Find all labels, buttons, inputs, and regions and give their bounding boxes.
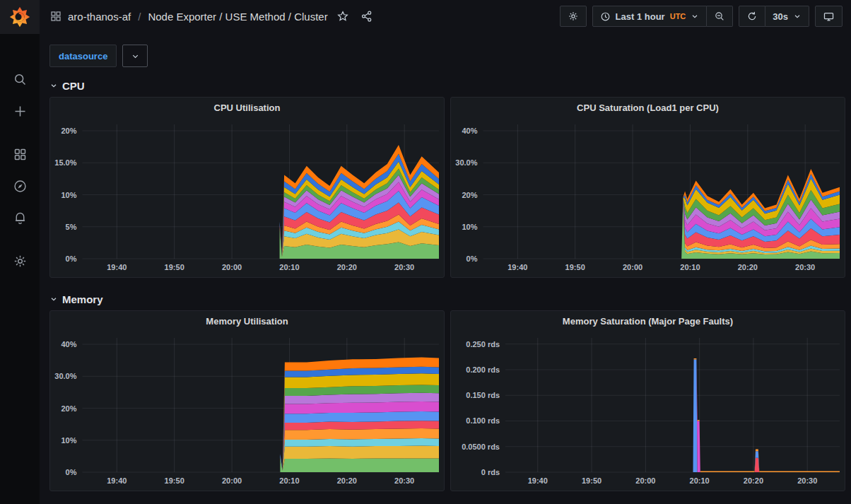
- search-icon: [13, 72, 28, 87]
- svg-text:20:30: 20:30: [795, 263, 815, 271]
- plus-icon: [13, 104, 28, 119]
- svg-text:20%: 20%: [462, 191, 477, 199]
- svg-text:20:20: 20:20: [738, 263, 758, 271]
- cpu-utilisation-chart-canvas[interactable]: 19:4019:5020:0020:1020:2020:300%5%10%15.…: [50, 117, 444, 274]
- time-range-label: Last 1 hour: [616, 11, 665, 22]
- sidebar-item-search[interactable]: [6, 65, 34, 93]
- refresh-icon: [746, 11, 758, 22]
- zoom-out-icon: [714, 11, 725, 22]
- alerting-icon: [13, 211, 28, 225]
- chevron-down-icon: [793, 12, 802, 20]
- svg-text:20:00: 20:00: [222, 476, 242, 485]
- svg-text:20%: 20%: [61, 404, 76, 413]
- svg-text:0.150 rds: 0.150 rds: [466, 391, 500, 399]
- panel-memory-utilisation: Memory Utilisation 19:4019:5020:0020:102…: [49, 310, 445, 491]
- cpu-saturation-chart-canvas[interactable]: 19:4019:5020:0020:1020:2020:300%10%20%30…: [451, 117, 845, 274]
- svg-text:19:40: 19:40: [107, 476, 127, 485]
- panel-title[interactable]: CPU Utilisation: [50, 98, 444, 117]
- section-collapse-icon: [49, 295, 58, 303]
- svg-text:10%: 10%: [61, 436, 76, 445]
- settings-icon: [568, 11, 579, 22]
- svg-text:20:10: 20:10: [690, 476, 710, 485]
- panel-cpu-utilisation: CPU Utilisation 19:4019:5020:0020:1020:2…: [49, 97, 445, 278]
- memory-panel-row: Memory Utilisation 19:4019:5020:0020:102…: [49, 310, 845, 491]
- svg-text:20:30: 20:30: [797, 476, 817, 485]
- svg-text:19:40: 19:40: [107, 263, 127, 271]
- dashboard-content: CPU CPU Utilisation 19:4019:5020:0020:10…: [40, 67, 851, 491]
- star-icon: [336, 10, 349, 23]
- refresh-interval-label: 30s: [773, 11, 788, 22]
- panel-title[interactable]: CPU Saturation (Load1 per CPU): [451, 98, 845, 117]
- tv-icon: [823, 11, 835, 23]
- grafana-logo[interactable]: [0, 0, 40, 34]
- sidebar-item-create[interactable]: [6, 97, 34, 125]
- panel-title[interactable]: Memory Utilisation: [50, 311, 444, 331]
- svg-text:15.0%: 15.0%: [54, 158, 76, 167]
- svg-text:0 rds: 0 rds: [481, 468, 500, 476]
- star-dashboard-button[interactable]: [334, 7, 352, 25]
- svg-text:30.0%: 30.0%: [455, 158, 477, 167]
- svg-text:20:20: 20:20: [337, 476, 357, 485]
- chevron-down-icon: [131, 52, 140, 61]
- svg-text:20:20: 20:20: [337, 263, 357, 271]
- sidebar-menu: [6, 65, 34, 279]
- panel-title[interactable]: Memory Saturation (Major Page Faults): [451, 311, 845, 331]
- dashboard-variables-row: datasource: [40, 33, 851, 67]
- zoom-out-time-button[interactable]: [707, 6, 733, 27]
- section-collapse-icon: [49, 81, 58, 90]
- breadcrumb-dashboard-title[interactable]: Node Exporter / USE Method / Cluster: [148, 11, 327, 23]
- dashboard-topbar: aro-thanos-af / Node Exporter / USE Meth…: [40, 0, 851, 33]
- svg-text:20:20: 20:20: [744, 476, 763, 485]
- svg-text:0.100 rds: 0.100 rds: [466, 416, 500, 425]
- svg-text:0.250 rds: 0.250 rds: [466, 340, 500, 348]
- breadcrumb-folder[interactable]: aro-thanos-af: [68, 11, 131, 23]
- svg-text:0%: 0%: [66, 468, 77, 476]
- explore-icon: [13, 179, 28, 194]
- datasource-dropdown-button[interactable]: [122, 45, 148, 67]
- section-row-cpu[interactable]: CPU: [49, 76, 845, 95]
- grafana-logo-icon: [8, 5, 32, 29]
- svg-text:19:40: 19:40: [528, 476, 548, 485]
- svg-text:19:50: 19:50: [165, 476, 184, 485]
- svg-text:20%: 20%: [61, 127, 76, 135]
- breadcrumb-separator: /: [136, 11, 142, 23]
- svg-text:20:00: 20:00: [635, 476, 655, 485]
- share-icon: [360, 10, 373, 23]
- svg-text:19:50: 19:50: [165, 263, 184, 271]
- kiosk-mode-button[interactable]: [815, 6, 843, 27]
- grafana-app: aro-thanos-af / Node Exporter / USE Meth…: [0, 0, 851, 504]
- refresh-button[interactable]: [739, 6, 765, 27]
- section-row-memory[interactable]: Memory: [49, 289, 845, 309]
- memory-utilisation-chart-canvas[interactable]: 19:4019:5020:0020:1020:2020:300%10%20%30…: [50, 331, 444, 488]
- refresh-interval-picker[interactable]: 30s: [765, 6, 809, 27]
- datasource-variable-button[interactable]: datasource: [49, 45, 117, 67]
- cpu-panel-row: CPU Utilisation 19:4019:5020:0020:1020:2…: [49, 97, 845, 278]
- svg-text:30.0%: 30.0%: [54, 372, 76, 380]
- memory-saturation-chart-canvas[interactable]: 19:4019:5020:0020:1020:2020:300 rds0.050…: [451, 331, 845, 488]
- share-dashboard-button[interactable]: [358, 7, 376, 25]
- svg-text:0.200 rds: 0.200 rds: [466, 365, 500, 374]
- chevron-down-icon: [691, 12, 699, 20]
- configuration-icon: [13, 254, 28, 269]
- svg-text:40%: 40%: [61, 340, 76, 348]
- svg-text:20:10: 20:10: [680, 263, 700, 271]
- clock-icon: [600, 11, 611, 22]
- dashboards-icon: [13, 147, 28, 162]
- panel-cpu-saturation: CPU Saturation (Load1 per CPU) 19:4019:5…: [450, 97, 845, 278]
- svg-text:40%: 40%: [462, 127, 477, 135]
- svg-text:5%: 5%: [66, 223, 77, 231]
- section-label-memory: Memory: [62, 293, 103, 305]
- dashboard-settings-button[interactable]: [560, 6, 587, 27]
- svg-text:20:00: 20:00: [623, 263, 642, 271]
- sidebar-item-configuration[interactable]: [6, 247, 34, 275]
- time-range-picker[interactable]: Last 1 hour UTC: [592, 6, 708, 27]
- sidebar-item-alerting[interactable]: [6, 204, 34, 232]
- sidebar-item-explore[interactable]: [6, 172, 34, 200]
- main-area: aro-thanos-af / Node Exporter / USE Meth…: [40, 0, 851, 504]
- sidebar-item-dashboards[interactable]: [6, 140, 34, 168]
- nav-sidebar: [0, 0, 40, 504]
- svg-text:20:10: 20:10: [279, 476, 299, 485]
- svg-text:19:40: 19:40: [507, 263, 527, 271]
- svg-text:19:50: 19:50: [565, 263, 585, 271]
- svg-text:20:30: 20:30: [394, 476, 414, 485]
